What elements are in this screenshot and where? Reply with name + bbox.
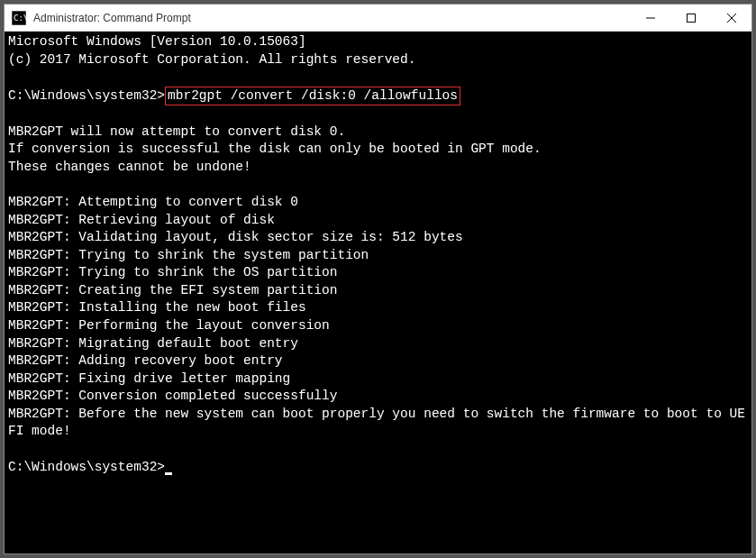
output-line: If conversion is successful the disk can… (8, 142, 542, 156)
close-button[interactable] (711, 5, 751, 31)
output-line: MBR2GPT: Conversion completed successful… (8, 389, 337, 403)
output-line: Microsoft Windows [Version 10.0.15063] (8, 34, 306, 49)
svg-text:C:\: C:\ (14, 14, 26, 23)
output-line: MBR2GPT: Adding recovery boot entry (8, 353, 283, 368)
output-line: MBR2GPT: Attempting to convert disk 0 (8, 195, 298, 209)
window-controls (630, 5, 751, 31)
cmd-icon: C:\ (12, 11, 26, 25)
cursor (165, 472, 172, 475)
output-line: MBR2GPT: Validating layout, disk sector … (8, 230, 463, 244)
prompt: C:\Windows\system32> (8, 88, 165, 103)
terminal-content[interactable]: Microsoft Windows [Version 10.0.15063] (… (5, 32, 751, 553)
output-line: MBR2GPT: Migrating default boot entry (8, 336, 298, 351)
window-title: Administrator: Command Prompt (33, 12, 630, 24)
svg-rect-3 (687, 14, 695, 22)
maximize-button[interactable] (670, 5, 711, 31)
minimize-button[interactable] (630, 5, 670, 31)
titlebar[interactable]: C:\ Administrator: Command Prompt (5, 5, 751, 32)
highlighted-command: mbr2gpt /convert /disk:0 /allowfullos (165, 87, 460, 106)
output-line: MBR2GPT: Before the new system can boot … (8, 407, 745, 439)
output-line: MBR2GPT: Retrieving layout of disk (8, 213, 275, 227)
output-line: MBR2GPT: Performing the layout conversio… (8, 318, 330, 333)
prompt: C:\Windows\system32> (8, 460, 165, 474)
command-prompt-window: C:\ Administrator: Command Prompt Micros… (4, 4, 752, 554)
output-line: MBR2GPT: Creating the EFI system partiti… (8, 283, 337, 297)
output-line: MBR2GPT: Trying to shrink the system par… (8, 248, 369, 262)
output-line: MBR2GPT: Trying to shrink the OS partiti… (8, 265, 337, 279)
output-line: MBR2GPT: Fixing drive letter mapping (8, 371, 290, 386)
output-line: MBR2GPT: Installing the new boot files (8, 300, 306, 315)
output-line: These changes cannot be undone! (8, 160, 251, 174)
output-line: MBR2GPT will now attempt to convert disk… (8, 124, 345, 139)
output-line: (c) 2017 Microsoft Corporation. All righ… (8, 52, 415, 67)
